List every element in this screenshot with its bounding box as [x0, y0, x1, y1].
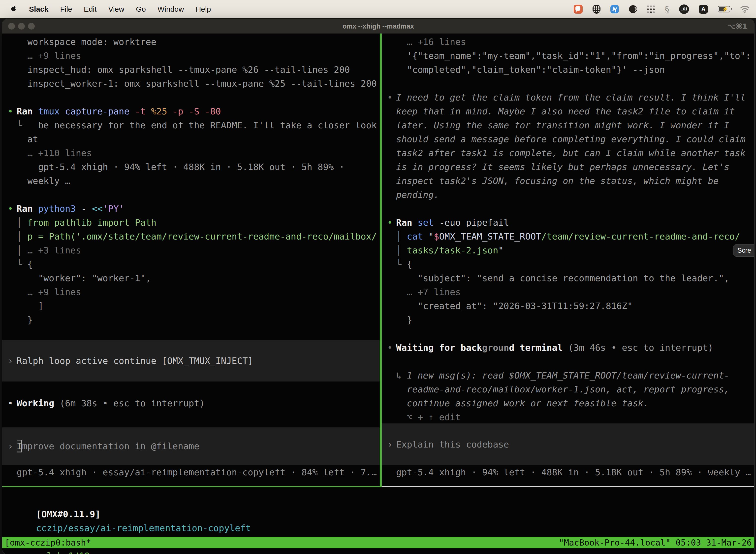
battery-percent-badge[interactable]: ..61	[679, 4, 689, 14]
terminal-text: pending.	[396, 188, 439, 202]
terminal-text: }	[407, 313, 412, 327]
terminal-text: readme-and-reco/mailbox/worker-1.json, a…	[407, 383, 729, 396]
terminal-line: │p = Path('.omx/state/team/review-curren…	[2, 230, 380, 243]
shield-keypad-icon[interactable]	[592, 5, 601, 14]
terminal-text: be necessary for the end of the README. …	[38, 118, 377, 132]
terminal-text: … +3 lines	[27, 243, 81, 258]
terminal-line: •I need to get the claim token from the …	[382, 91, 754, 105]
window-titlebar[interactable]: omx --xhigh --madmax ⌥⌘1	[2, 19, 754, 34]
text-segment: tasks/task-2.json	[407, 245, 498, 256]
terminal-text: inspect_hud: omx sparkshell --tmux-pane …	[27, 63, 350, 77]
prompt-input[interactable]: ›Ralph loop active continue [OMX_TMUX_IN…	[2, 340, 380, 382]
menu-go[interactable]: Go	[136, 5, 146, 13]
apple-menu-icon[interactable]	[11, 5, 17, 13]
prompt-input[interactable]: ›Improve documentation in @filename	[2, 428, 380, 465]
menu-file[interactable]: File	[60, 5, 72, 13]
menu-window[interactable]: Window	[158, 5, 184, 13]
menu-app-name[interactable]: Slack	[29, 5, 48, 13]
wifi-icon[interactable]	[740, 5, 750, 13]
terminal-text: from pathlib import Path	[27, 216, 156, 230]
terminal-line: workspace_mode: worktree	[2, 35, 380, 49]
terminal-text: "subject": "send a concise recommendatio…	[418, 271, 730, 285]
pane-divider[interactable]	[380, 34, 382, 487]
terminal-text: ]	[38, 299, 44, 313]
terminal-text: inspect task2's JSON, focusing on the st…	[396, 174, 718, 188]
moon-icon[interactable]	[629, 5, 637, 13]
terminal-text: workspace_mode: worktree	[27, 35, 156, 49]
battery-icon[interactable]: ⚡	[718, 6, 730, 12]
text-segment: … +16 lines	[407, 37, 466, 47]
menubar: Slack File Edit View Go Window Help § ..…	[0, 0, 756, 18]
text-segment: inspect_hud: omx sparkshell --tmux-pane …	[27, 64, 350, 75]
terminal-line: └{	[2, 258, 380, 271]
text-segment: (3m 46s • esc to interrupt)	[563, 342, 713, 353]
text-segment: ]	[38, 301, 44, 311]
bullet-icon: •	[8, 396, 13, 410]
terminal-text: ⌥ + ↑ edit	[407, 410, 460, 424]
connector-icon: └	[17, 118, 22, 132]
terminal-line: │… +3 lines	[2, 243, 380, 258]
terminal-text: inspect_worker-1: omx sparkshell --tmux-…	[27, 77, 377, 91]
omx-project-path: cczip/essay/ai-reimplementation-copyleft	[36, 523, 251, 533]
text-segment: -euo pipefail	[439, 217, 509, 228]
blue-bolt-icon[interactable]	[611, 5, 619, 13]
window-shortcut-hint: ⌥⌘1	[727, 19, 747, 34]
left-terminal-pane[interactable]: ›Ralph loop active continue [OMX_TMUX_IN…	[2, 34, 380, 486]
terminal-line: at	[2, 132, 380, 146]
terminal-text: should send a message before completing …	[396, 132, 746, 146]
terminal-text: "worker": "worker-1",	[38, 271, 151, 285]
menu-help[interactable]: Help	[196, 5, 211, 13]
terminal-line: •Working (6m 38s • esc to interrupt)	[2, 396, 380, 410]
text-segment: Ran	[17, 204, 38, 214]
omx-version: [OMX#0.11.9]	[36, 509, 101, 519]
desktop: { "menubar": { "app_name": "Slack", "men…	[0, 0, 756, 554]
text-segment: -t	[135, 106, 151, 116]
text-segment: }	[407, 315, 412, 325]
right-terminal-pane[interactable]: ›Explain this codebase gpt-5.4 xhigh · 9…	[382, 34, 754, 486]
text-segment: 1 new msg(s): read $OMX_TEAM_STATE_ROOT/…	[407, 370, 729, 381]
session-status-line: gpt-5.4 xhigh · 94% left · 488K in · 5.1…	[396, 465, 751, 479]
terminal-text: "completed","claim_token":"claim-token"}…	[407, 63, 665, 77]
terminal-line: │from pathlib import Path	[2, 216, 380, 230]
text-segment: … +110 lines	[27, 148, 92, 158]
connector-icon: │	[17, 243, 22, 258]
squiggle-icon[interactable]: §	[665, 4, 669, 14]
dots-grid-icon[interactable]	[647, 5, 655, 13]
text-segment: gpt-5.4 xhigh · 94% left · 488K in · 5.1…	[38, 162, 344, 172]
tmux-status-bar: [omx-cczip0:bash* "MacBook-Pro-44.local"…	[2, 537, 754, 548]
text-segment: /team/review-current-readme-and-reco/	[541, 231, 740, 241]
text-segment: weekly …	[27, 176, 70, 186]
terminal-line: └{	[382, 258, 754, 271]
text-segment: should send a message before completing …	[396, 134, 746, 144]
reply-arrow-icon: ↳	[396, 369, 401, 383]
terminal-line: keep that in mind. Maybe I also need the…	[382, 105, 754, 118]
menu-edit[interactable]: Edit	[84, 5, 97, 13]
terminal-text: is in progress? It seems likely but perh…	[396, 160, 730, 174]
bullet-icon: •	[8, 105, 13, 118]
text-segment: {	[27, 259, 33, 269]
input-source-icon[interactable]: A	[699, 5, 708, 14]
text-segment: '{"team_name":"my-team","task_id":"1","f…	[407, 51, 751, 61]
terminal-text: keep that in mind. Maybe I also need the…	[396, 105, 735, 118]
menu-view[interactable]: View	[108, 5, 124, 13]
text-segment: keep that in mind. Maybe I also need the…	[396, 106, 735, 116]
text-segment: be necessary for the end of the README. …	[38, 120, 377, 130]
terminal-text: cat "$OMX_TEAM_STATE_ROOT/team/review-cu…	[407, 230, 740, 243]
window-title: omx --xhigh --madmax	[2, 19, 754, 34]
text-segment: (6m 38s • esc to interrupt)	[54, 398, 205, 408]
connector-icon: │	[396, 230, 401, 243]
text-segment: at	[27, 134, 38, 144]
terminal-text: Improve documentation in @filename	[17, 441, 199, 451]
terminal-line: └be necessary for the end of the README.…	[2, 118, 380, 132]
prompt-input[interactable]: ›Explain this codebase	[382, 424, 754, 465]
menubar-status-icons: § ..61 A ⚡	[574, 4, 750, 14]
text-segment: %25	[151, 106, 173, 116]
terminal-line: inspect_worker-1: omx sparkshell --tmux-…	[2, 77, 380, 91]
chat-app-icon[interactable]	[574, 5, 583, 14]
terminal-text: gpt-5.4 xhigh · 94% left · 488K in · 5.1…	[38, 160, 344, 174]
terminal-text: {	[27, 258, 33, 271]
terminal-text: '{"team_name":"my-team","task_id":"1","f…	[407, 49, 751, 63]
terminal-line: ⌥ + ↑ edit	[382, 410, 754, 424]
screen-overlay-tooltip: Scre	[733, 244, 755, 257]
terminal-line: … +110 lines	[2, 146, 380, 160]
